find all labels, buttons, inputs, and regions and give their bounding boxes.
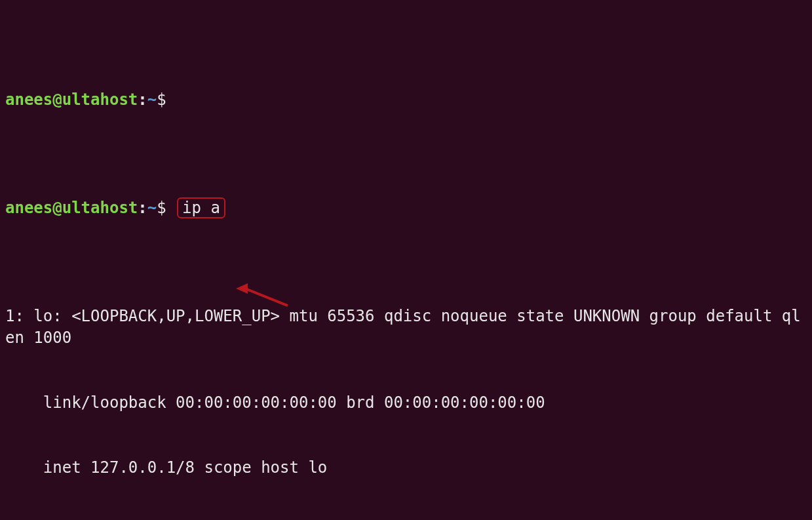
output-lo-header: 1: lo: <LOOPBACK,UP,LOWER_UP> mtu 65536 … [5, 306, 807, 349]
prompt-user: anees [5, 199, 52, 217]
prompt-at: @ [52, 199, 62, 217]
output-lo-inet: inet 127.0.0.1/8 scope host lo [5, 457, 807, 479]
prompt-line-command: anees@ultahost:~$ ip a [5, 197, 807, 219]
prompt-at: @ [52, 90, 62, 109]
prompt-colon: : [138, 90, 147, 109]
prompt-path: ~ [147, 90, 157, 109]
command-text: ip a [182, 199, 220, 217]
prompt-host: ultahost [62, 199, 138, 217]
output-lo-link: link/loopback 00:00:00:00:00:00 brd 00:0… [5, 392, 807, 414]
command-highlight-box: ip a [177, 197, 225, 218]
prompt-user: anees [5, 90, 52, 109]
prompt-symbol: $ [157, 199, 166, 217]
prompt-symbol: $ [157, 90, 166, 109]
terminal-window[interactable]: anees@ultahost:~$ anees@ultahost:~$ ip a… [0, 0, 812, 520]
prompt-line-empty: anees@ultahost:~$ [5, 89, 807, 111]
prompt-colon: : [138, 199, 147, 217]
prompt-path: ~ [147, 199, 157, 217]
prompt-host: ultahost [62, 90, 138, 109]
